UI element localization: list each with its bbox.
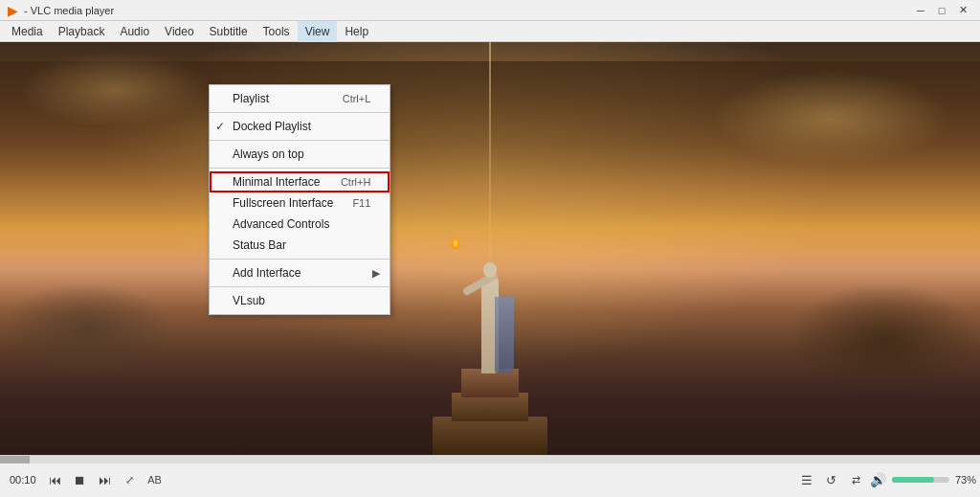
menu-item-help[interactable]: Help [337,21,376,42]
menu-separator [210,112,390,113]
menu-item-playback[interactable]: Playback [51,21,113,42]
menu-item-label: Add Interface [233,266,301,280]
volume-percentage: 73% [955,474,976,486]
menu-separator [210,140,390,141]
controls-row: 00:10 ⏮ ⏹ ⏭ ⤢ AB ☰ ↺ ⇄ 🔊 73% [0,463,980,497]
playlist-button[interactable]: ☰ [795,468,818,491]
progress-bar-track[interactable] [0,456,980,463]
menu-item-label: Status Bar [233,238,286,252]
menu-item-docked-playlist[interactable]: ✓Docked Playlist [210,116,390,137]
menu-item-add-interface[interactable]: Add Interface▶ [210,262,390,283]
shortcut-label: F11 [352,197,370,209]
menu-separator [210,286,390,287]
submenu-arrow-icon: ▶ [372,267,380,280]
menu-item-label: Always on top [233,147,304,161]
menu-item-video[interactable]: Video [157,21,201,42]
shortcut-label: Ctrl+H [341,176,370,188]
expand-button[interactable]: ⤢ [119,468,142,491]
minimize-button[interactable]: ─ [911,3,930,18]
next-button[interactable]: ⏭ [94,468,117,491]
menu-item-media[interactable]: Media [4,21,51,42]
vlc-icon: ▶ [8,3,18,18]
volume-icon[interactable]: 🔊 [870,472,886,487]
ab-button[interactable]: AB [144,468,167,491]
close-button[interactable]: ✕ [953,3,972,18]
loop-button[interactable]: ↺ [820,468,843,491]
menu-item-minimal-interface[interactable]: Minimal InterfaceCtrl+H [210,171,390,192]
volume-bar-track[interactable] [892,477,949,483]
menu-item-status-bar[interactable]: Status Bar [210,235,390,256]
window-controls: ─ □ ✕ [911,3,972,18]
menu-item-tools[interactable]: Tools [256,21,298,42]
video-area: PlaylistCtrl+L✓Docked PlaylistAlways on … [0,42,980,455]
shuffle-button[interactable]: ⇄ [845,468,868,491]
menu-item-fullscreen-interface[interactable]: Fullscreen InterfaceF11 [210,192,390,214]
volume-bar-fill [892,477,934,483]
menu-item-playlist[interactable]: PlaylistCtrl+L [210,88,390,109]
menu-item-label: Playlist [233,92,269,105]
titlebar: ▶ - VLC media player ─ □ ✕ [0,0,980,21]
titlebar-left: ▶ - VLC media player [8,3,114,18]
window-title: - VLC media player [24,5,114,16]
progress-bar-fill [0,456,30,463]
time-display: 00:10 [10,474,36,486]
menu-item-label: VLsub [233,294,265,307]
menu-separator [210,259,390,260]
menu-item-label: Advanced Controls [233,217,329,231]
menu-item-view[interactable]: View [298,21,338,42]
view-dropdown-menu: PlaylistCtrl+L✓Docked PlaylistAlways on … [209,84,390,315]
menu-item-audio[interactable]: Audio [112,21,157,42]
checkmark-icon: ✓ [215,120,225,133]
menu-item-label: Fullscreen Interface [233,196,333,210]
prev-button[interactable]: ⏮ [44,468,67,491]
menu-item-label: Docked Playlist [233,120,311,133]
menu-separator [210,168,390,169]
video-background [0,42,980,455]
shortcut-label: Ctrl+L [343,93,371,104]
maximize-button[interactable]: □ [932,3,951,18]
menu-item-always-on-top[interactable]: Always on top [210,144,390,165]
menubar: MediaPlaybackAudioVideoSubtitleToolsView… [0,21,980,42]
stop-button[interactable]: ⏹ [69,468,92,491]
menu-item-subtitle[interactable]: Subtitle [202,21,256,42]
menu-item-advanced-controls[interactable]: Advanced Controls [210,214,390,235]
bottom-bar: 00:10 ⏮ ⏹ ⏭ ⤢ AB ☰ ↺ ⇄ 🔊 73% [0,455,980,497]
menu-item-label: Minimal Interface [233,175,320,189]
menu-item-vlsub[interactable]: VLsub [210,290,390,311]
